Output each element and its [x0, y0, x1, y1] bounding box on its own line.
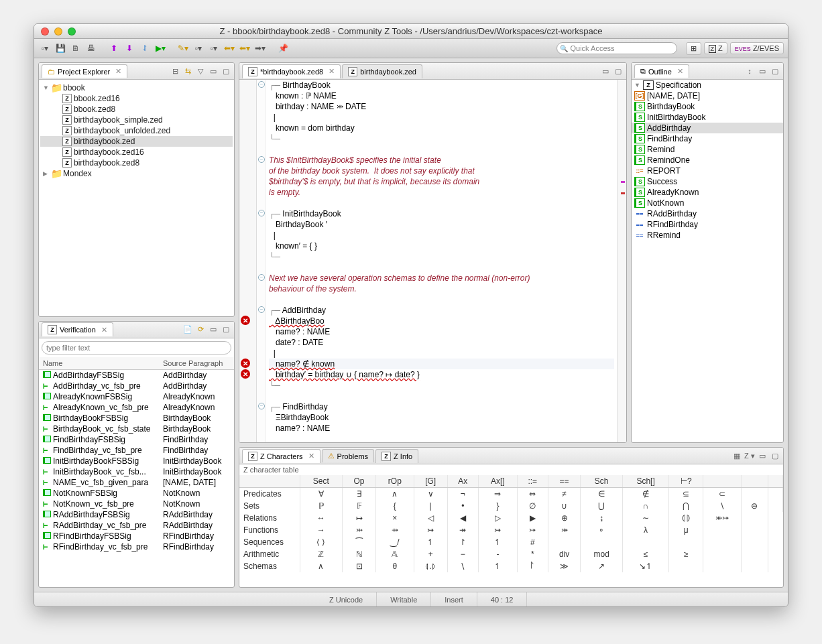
- code-line[interactable]: Next we have several operation schemas t…: [269, 273, 614, 283]
- z-header[interactable]: ==: [548, 475, 581, 488]
- z-char-cell[interactable]: ↠: [447, 524, 478, 536]
- code-line[interactable]: ΞBirthdayBook: [269, 412, 614, 423]
- code-line[interactable]: known : ℙ NAME: [269, 90, 614, 101]
- z-char-cell[interactable]: ∼: [622, 512, 668, 524]
- z-char-cell[interactable]: ∧: [300, 560, 343, 572]
- z-char-cell[interactable]: ⤖: [517, 524, 548, 536]
- z-header[interactable]: ⊢?: [669, 475, 703, 488]
- code-line[interactable]: [269, 262, 614, 273]
- z-char-cell[interactable]: ≠: [548, 488, 581, 501]
- fold-toggle[interactable]: −: [258, 156, 265, 163]
- view-menu-icon[interactable]: ▽: [195, 67, 206, 76]
- z-char-cell[interactable]: }: [478, 500, 517, 512]
- close-icon[interactable]: ✕: [308, 452, 314, 460]
- fwd2-button[interactable]: ➡▾: [253, 42, 267, 55]
- overview-mark[interactable]: [621, 181, 625, 183]
- run-button[interactable]: ▶▾: [154, 42, 167, 55]
- z-char-cell[interactable]: ℙ: [300, 500, 343, 512]
- z-header[interactable]: [742, 475, 768, 488]
- down-arrow-icon[interactable]: ⬇: [123, 42, 136, 55]
- z-header[interactable]: [239, 475, 300, 488]
- z-tab[interactable]: ZZ Characters✕: [242, 449, 320, 463]
- z-header[interactable]: [G]: [414, 475, 447, 488]
- z-char-cell[interactable]: ⁀: [343, 536, 376, 548]
- persp-z-button[interactable]: Z Z: [704, 42, 727, 54]
- file-item[interactable]: Zbirthdaybook.zed: [40, 136, 233, 147]
- outline-item[interactable]: SRemindOne: [632, 155, 783, 166]
- minimize-icon[interactable]: ▭: [757, 452, 768, 460]
- code-line[interactable]: |: [269, 112, 614, 123]
- outline-item[interactable]: SNotKnown: [632, 198, 783, 208]
- code-line[interactable]: known = dom birthday: [269, 123, 614, 133]
- z-char-cell[interactable]: →: [300, 524, 343, 536]
- code-line[interactable]: of the birthday book system. It does not…: [269, 166, 614, 176]
- z-char-cell[interactable]: ∈: [581, 488, 622, 501]
- code-line[interactable]: |: [269, 348, 614, 359]
- z-char-cell[interactable]: -: [478, 548, 517, 560]
- z-char-cell[interactable]: ⇔: [517, 488, 548, 501]
- z-char-cell[interactable]: ↔: [300, 512, 343, 524]
- z-char-cell[interactable]: [669, 560, 703, 572]
- z-char-cell[interactable]: ∧: [375, 488, 414, 501]
- z-header[interactable]: Ax[]: [478, 475, 517, 488]
- code-line[interactable]: |: [269, 230, 614, 241]
- fwd-nav-button[interactable]: ⬅▾: [238, 42, 251, 55]
- wand-icon[interactable]: ✎▾: [176, 42, 190, 55]
- outline-item[interactable]: SInitBirthdayBook: [632, 112, 783, 123]
- z-header[interactable]: [768, 475, 782, 488]
- verification-row[interactable]: ⊢NotKnown_vc_fsb_preNotKnown: [39, 499, 234, 509]
- z-char-cell[interactable]: ⤔: [343, 524, 376, 536]
- verification-row[interactable]: AddBirthdayFSBSigAddBirthday: [39, 370, 234, 381]
- outline-item[interactable]: SSuccess: [632, 176, 783, 187]
- code-line[interactable]: BirthdayBook ′: [269, 219, 614, 230]
- z-menu[interactable]: Z ▾: [744, 452, 755, 460]
- verification-row[interactable]: ⊢FindBirthday_vc_fsb_preFindBirthday: [39, 445, 234, 456]
- verification-row[interactable]: ⊢AlreadyKnown_vc_fsb_preAlreadyKnown: [39, 402, 234, 413]
- table-icon[interactable]: ▦: [731, 452, 742, 460]
- code-line[interactable]: [269, 391, 614, 401]
- z-header[interactable]: Ax: [447, 475, 478, 488]
- z-char-cell[interactable]: ≫: [548, 560, 581, 572]
- z-char-cell[interactable]: ∘: [581, 524, 622, 536]
- z-char-cell[interactable]: [742, 560, 768, 572]
- verification-row[interactable]: RFindBirthdayFSBSigRFindBirthday: [39, 531, 234, 541]
- z-char-cell[interactable]: [768, 500, 782, 512]
- z-char-cell[interactable]: ⨡: [517, 560, 548, 572]
- sort-icon[interactable]: ↕: [744, 67, 755, 76]
- close-window-button[interactable]: [41, 27, 49, 36]
- verification-row[interactable]: InitBirthdayBookFSBSigInitBirthdayBook: [39, 456, 234, 466]
- minimize-window-button[interactable]: [54, 27, 62, 36]
- code-line[interactable]: [269, 198, 614, 208]
- file-item[interactable]: Zbirthdaybook.zed16: [40, 147, 233, 157]
- z-char-cell[interactable]: ⤕⤖: [703, 512, 742, 524]
- maximize-icon[interactable]: ▢: [221, 67, 231, 76]
- code-line[interactable]: └─: [269, 133, 614, 144]
- z-char-cell[interactable]: ∖: [703, 500, 742, 512]
- z-char-cell[interactable]: λ: [622, 524, 668, 536]
- z-char-cell[interactable]: ¬: [447, 488, 478, 501]
- verification-row[interactable]: AlreadyKnownFSBSigAlreadyKnown: [39, 391, 234, 402]
- outline-item[interactable]: SRemind: [632, 144, 783, 155]
- code-line[interactable]: └─: [269, 380, 614, 391]
- z-char-cell[interactable]: ▷: [478, 512, 517, 524]
- verification-row[interactable]: FindBirthdayFSBSigFindBirthday: [39, 434, 234, 445]
- maximize-icon[interactable]: ▢: [770, 67, 780, 76]
- minimize-icon[interactable]: ▭: [600, 67, 611, 76]
- verification-row[interactable]: BirthdayBookFSBSigBirthdayBook: [39, 413, 234, 424]
- fold-toggle[interactable]: −: [258, 274, 265, 281]
- z-header[interactable]: Op: [343, 475, 376, 488]
- z-char-cell[interactable]: 𝔸: [375, 548, 414, 560]
- error-marker-icon[interactable]: ✕: [241, 369, 250, 379]
- code-line[interactable]: [269, 294, 614, 305]
- collapse-all-icon[interactable]: ⊟: [170, 67, 180, 76]
- code-line[interactable]: behaviour of the system.: [269, 283, 614, 294]
- pin-icon[interactable]: 📌: [276, 42, 290, 55]
- verification-row[interactable]: ⊢InitBirthdayBook_vc_fsb...InitBirthdayB…: [39, 466, 234, 477]
- tree-folder[interactable]: ▼📁bbook: [40, 82, 233, 93]
- code-line[interactable]: [269, 144, 614, 155]
- z-char-cell[interactable]: ◀: [447, 512, 478, 524]
- refresh-icon[interactable]: ⟳: [195, 325, 206, 334]
- z-char-cell[interactable]: ⊡: [343, 560, 376, 572]
- collapse-icon[interactable]: ⥌: [138, 42, 152, 55]
- z-char-cell[interactable]: ↣: [414, 524, 447, 536]
